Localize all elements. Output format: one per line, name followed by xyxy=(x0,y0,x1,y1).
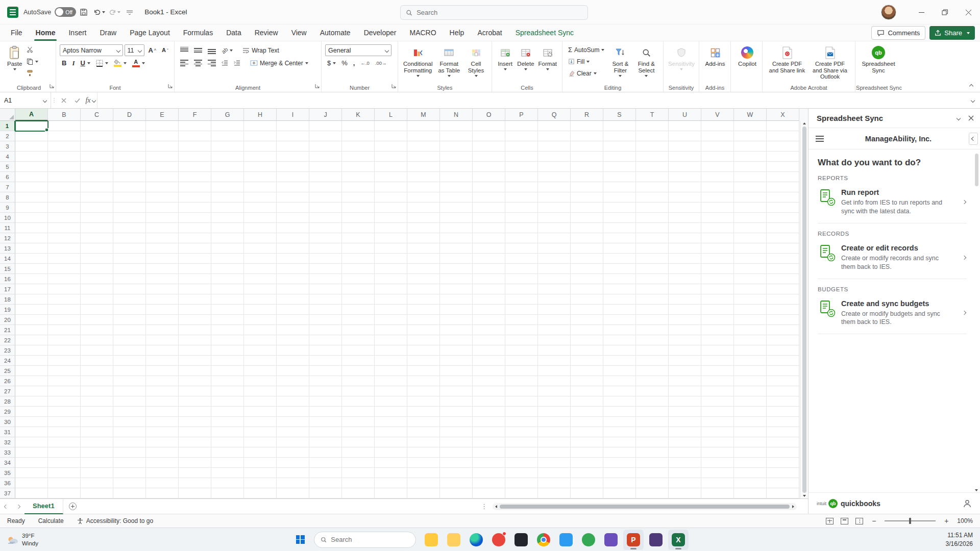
start-button[interactable] xyxy=(291,531,309,548)
cell-V23[interactable] xyxy=(701,345,734,356)
cell-H11[interactable] xyxy=(244,223,277,233)
cell-M33[interactable] xyxy=(407,447,440,458)
cell-D2[interactable] xyxy=(113,131,146,141)
cell-P9[interactable] xyxy=(505,203,538,213)
cell-T27[interactable] xyxy=(636,386,669,396)
cell-B9[interactable] xyxy=(48,203,81,213)
cell-C9[interactable] xyxy=(81,203,113,213)
undo-button[interactable] xyxy=(91,5,107,20)
cell-A37[interactable] xyxy=(15,488,48,498)
cell-L33[interactable] xyxy=(375,447,407,458)
cell-B24[interactable] xyxy=(48,356,81,366)
cell-L32[interactable] xyxy=(375,437,407,447)
cell-X13[interactable] xyxy=(767,243,799,254)
cell-C37[interactable] xyxy=(81,488,113,498)
cell-F15[interactable] xyxy=(179,264,211,274)
cell-V21[interactable] xyxy=(701,325,734,335)
cell-B16[interactable] xyxy=(48,274,81,284)
cell-P5[interactable] xyxy=(505,162,538,172)
cell-X17[interactable] xyxy=(767,284,799,294)
cell-M28[interactable] xyxy=(407,396,440,407)
cell-E17[interactable] xyxy=(146,284,179,294)
cell-U3[interactable] xyxy=(669,141,701,152)
decrease-indent-button[interactable] xyxy=(219,57,230,69)
cell-H14[interactable] xyxy=(244,254,277,264)
cell-Q27[interactable] xyxy=(538,386,571,396)
cell-N17[interactable] xyxy=(440,284,473,294)
cell-V8[interactable] xyxy=(701,192,734,203)
cell-T13[interactable] xyxy=(636,243,669,254)
cell-B14[interactable] xyxy=(48,254,81,264)
cell-H10[interactable] xyxy=(244,213,277,223)
copilot-button[interactable]: Copilot xyxy=(734,44,760,67)
format-as-table-button[interactable]: Format as Table xyxy=(435,44,463,77)
cell-V22[interactable] xyxy=(701,335,734,345)
cell-G34[interactable] xyxy=(211,458,244,468)
cell-W17[interactable] xyxy=(734,284,767,294)
row-header-1[interactable]: 1 xyxy=(0,121,15,131)
cell-N36[interactable] xyxy=(440,478,473,488)
cell-A34[interactable] xyxy=(15,458,48,468)
taskbar-clock[interactable]: 11:51 AM 3/16/2026 xyxy=(946,531,973,547)
cell-R5[interactable] xyxy=(571,162,603,172)
number-format-select[interactable]: General xyxy=(325,44,391,56)
cell-F37[interactable] xyxy=(179,488,211,498)
cell-W32[interactable] xyxy=(734,437,767,447)
cell-H3[interactable] xyxy=(244,141,277,152)
cell-W26[interactable] xyxy=(734,376,767,386)
cell-C11[interactable] xyxy=(81,223,113,233)
cell-S36[interactable] xyxy=(603,478,636,488)
cell-D7[interactable] xyxy=(113,182,146,192)
cell-P1[interactable] xyxy=(505,121,538,131)
cell-H17[interactable] xyxy=(244,284,277,294)
cell-P35[interactable] xyxy=(505,468,538,478)
cell-A26[interactable] xyxy=(15,376,48,386)
cell-T6[interactable] xyxy=(636,172,669,182)
cell-R36[interactable] xyxy=(571,478,603,488)
cell-V32[interactable] xyxy=(701,437,734,447)
cut-button[interactable] xyxy=(24,44,40,56)
row-header-35[interactable]: 35 xyxy=(0,468,15,478)
cell-K2[interactable] xyxy=(342,131,375,141)
cell-J6[interactable] xyxy=(309,172,342,182)
tab-data[interactable]: Data xyxy=(219,24,248,41)
cell-V9[interactable] xyxy=(701,203,734,213)
cell-E25[interactable] xyxy=(146,366,179,376)
cell-F9[interactable] xyxy=(179,203,211,213)
cell-M30[interactable] xyxy=(407,417,440,427)
cell-C18[interactable] xyxy=(81,294,113,305)
formula-bar-splitter[interactable]: ⋮ xyxy=(51,92,57,108)
cell-E30[interactable] xyxy=(146,417,179,427)
cell-L3[interactable] xyxy=(375,141,407,152)
cell-J13[interactable] xyxy=(309,243,342,254)
cell-T21[interactable] xyxy=(636,325,669,335)
cell-K25[interactable] xyxy=(342,366,375,376)
cell-H8[interactable] xyxy=(244,192,277,203)
excel-icon[interactable]: X xyxy=(668,530,689,550)
cell-K8[interactable] xyxy=(342,192,375,203)
cell-X33[interactable] xyxy=(767,447,799,458)
cell-M29[interactable] xyxy=(407,407,440,417)
row-header-26[interactable]: 26 xyxy=(0,376,15,386)
cell-D21[interactable] xyxy=(113,325,146,335)
cell-D14[interactable] xyxy=(113,254,146,264)
cell-Q30[interactable] xyxy=(538,417,571,427)
autosave-toggle[interactable]: Off xyxy=(55,7,76,17)
cell-B13[interactable] xyxy=(48,243,81,254)
cell-K24[interactable] xyxy=(342,356,375,366)
cell-Q2[interactable] xyxy=(538,131,571,141)
title-search-box[interactable] xyxy=(400,5,588,20)
cell-U34[interactable] xyxy=(669,458,701,468)
cell-S10[interactable] xyxy=(603,213,636,223)
cell-X12[interactable] xyxy=(767,233,799,243)
cell-Q35[interactable] xyxy=(538,468,571,478)
cell-B15[interactable] xyxy=(48,264,81,274)
cell-M32[interactable] xyxy=(407,437,440,447)
cell-O5[interactable] xyxy=(473,162,505,172)
cell-E27[interactable] xyxy=(146,386,179,396)
cell-V19[interactable] xyxy=(701,305,734,315)
cell-D37[interactable] xyxy=(113,488,146,498)
cell-X2[interactable] xyxy=(767,131,799,141)
cell-F26[interactable] xyxy=(179,376,211,386)
fill-button[interactable]: Fill xyxy=(566,56,606,67)
